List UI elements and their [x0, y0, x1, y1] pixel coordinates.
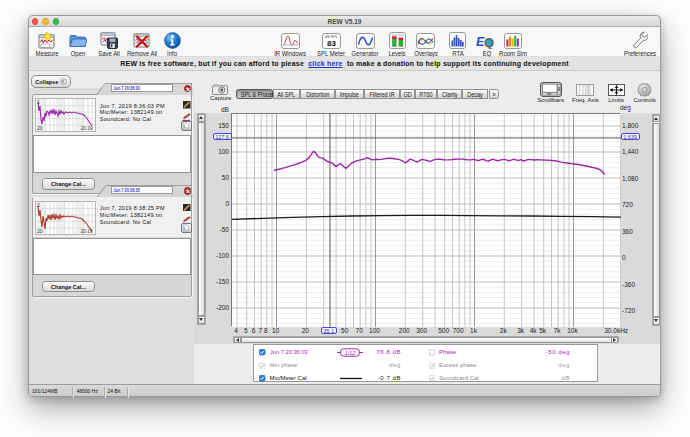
svg-text:1/12: 1/12 — [345, 349, 356, 355]
